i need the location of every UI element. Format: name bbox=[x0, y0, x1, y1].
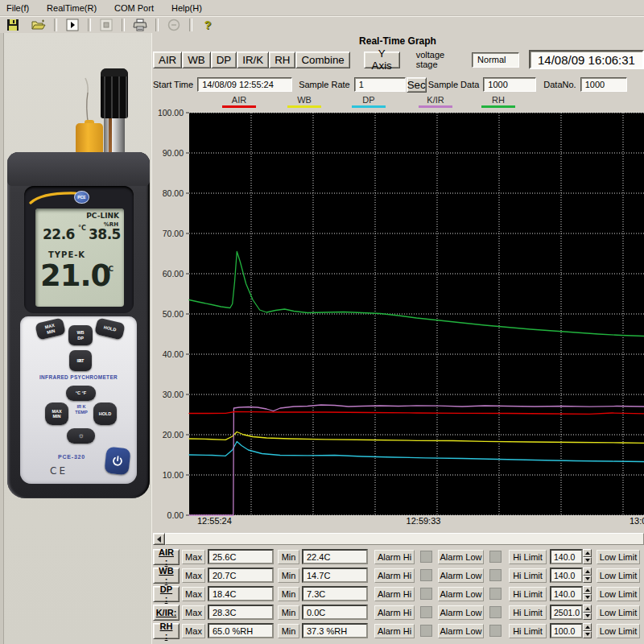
down-arrow-icon bbox=[585, 559, 590, 562]
row-button-air[interactable]: AIR : bbox=[153, 549, 180, 565]
lcd-humidity: 38.5 bbox=[89, 226, 121, 242]
menu-file[interactable]: File(f) bbox=[6, 3, 29, 13]
y-tick-label: 80.00 bbox=[163, 188, 184, 198]
hi-limit-value-kir[interactable]: 2501.0 bbox=[550, 605, 583, 620]
lcd-main-value: 21.0 bbox=[40, 258, 110, 293]
min-label: Min bbox=[278, 587, 299, 601]
toolbar: ? bbox=[0, 16, 644, 34]
graph-panel: Real-Time Graph AIR WB DP IR/K RH Combin… bbox=[151, 33, 644, 644]
up-arrow-icon bbox=[585, 570, 590, 573]
lcd-display: PC-LINK %RH 22.6 °C 38.5 TYPE-K 21.0 °C bbox=[35, 208, 124, 307]
legend-swatch-wb bbox=[287, 105, 321, 108]
device-cf-button: °C °F bbox=[66, 386, 96, 401]
max-value-rh: 65.0 %RH bbox=[208, 623, 274, 638]
spin-down-button[interactable] bbox=[583, 557, 592, 565]
hi-limit-value-air[interactable]: 140.0 bbox=[550, 549, 583, 564]
data-no-label: DataNo. bbox=[543, 80, 576, 89]
spin-up-button[interactable] bbox=[583, 623, 592, 631]
spinner bbox=[583, 568, 592, 583]
down-arrow-icon bbox=[585, 577, 590, 580]
hi-limit-label: Hi Limit bbox=[509, 624, 547, 638]
spin-up-button[interactable] bbox=[583, 605, 592, 613]
spin-down-button[interactable] bbox=[583, 631, 592, 639]
sec-button[interactable]: Sec bbox=[407, 77, 427, 93]
print-button[interactable] bbox=[130, 17, 151, 32]
chart-legend: AIR WB DP K/IR RH bbox=[151, 95, 644, 109]
row-button-kir[interactable]: K/IR: bbox=[153, 605, 180, 621]
spin-down-button[interactable] bbox=[583, 594, 592, 602]
down-arrow-icon bbox=[585, 596, 590, 599]
save-button[interactable] bbox=[2, 17, 23, 32]
left-arrow-icon bbox=[157, 536, 161, 543]
product-label: INFRARED PSYCHROMETER bbox=[20, 374, 137, 380]
channel-button-dp[interactable]: DP bbox=[211, 52, 237, 68]
sample-data-value[interactable]: 1000 bbox=[483, 77, 536, 92]
hi-limit-value-rh[interactable]: 100.0 bbox=[550, 623, 583, 638]
max-label: Max bbox=[182, 605, 205, 620]
scroll-left-button[interactable] bbox=[153, 533, 165, 545]
menu-com-port[interactable]: COM Port bbox=[114, 3, 154, 13]
spin-up-button[interactable] bbox=[583, 549, 592, 557]
alarm-low-label: Alarm Low bbox=[438, 587, 484, 601]
spin-down-button[interactable] bbox=[583, 576, 592, 584]
low-limit-label: Low Limit bbox=[597, 605, 640, 620]
channel-button-combine[interactable]: Combine bbox=[295, 52, 349, 68]
chart-scrollbar[interactable] bbox=[153, 533, 644, 545]
hi-limit-value-wb[interactable]: 140.0 bbox=[550, 568, 583, 583]
spin-up-button[interactable] bbox=[583, 586, 592, 594]
start-time-value: 14/08/09 12:55:24 bbox=[197, 77, 292, 92]
device-model-label: PCE-320 bbox=[35, 454, 108, 460]
application-window: File(f) RealTime(R) COM Port Help(H) bbox=[0, 0, 644, 644]
legend-label: WB bbox=[297, 95, 312, 105]
hi-limit-label: Hi Limit bbox=[509, 605, 547, 620]
row-button-rh[interactable]: RH : bbox=[153, 623, 180, 639]
reading-row-dp: DP : Max 18.4C Min 7.3C Alarm Hi Alarm L… bbox=[153, 584, 644, 603]
y-tick-label: 60.00 bbox=[163, 269, 184, 279]
legend-swatch-kir bbox=[419, 105, 452, 108]
hi-limit-value-dp[interactable]: 140.0 bbox=[550, 586, 583, 601]
legend-item-rh: RH bbox=[480, 95, 517, 108]
pce-logo: PCE bbox=[74, 191, 89, 204]
spin-down-button[interactable] bbox=[583, 613, 592, 621]
play-button[interactable] bbox=[62, 17, 83, 32]
spinner bbox=[583, 605, 592, 620]
x-axis-labels: 12:55:24 12:59:33 13:0 bbox=[151, 516, 644, 528]
lcd-air-temp: 22.6 bbox=[43, 226, 75, 242]
alarm-low-label: Alarm Low bbox=[438, 605, 484, 620]
row-button-wb[interactable]: WB : bbox=[153, 568, 180, 584]
max-label: Max bbox=[182, 550, 205, 564]
x-tick-start: 12:55:24 bbox=[197, 516, 232, 526]
reading-row-air: AIR : Max 25.6C Min 22.4C Alarm Hi Alarm… bbox=[153, 547, 644, 566]
channel-button-rh[interactable]: RH bbox=[269, 52, 295, 68]
up-arrow-icon bbox=[585, 625, 590, 629]
hi-limit-label: Hi Limit bbox=[509, 550, 547, 564]
channel-button-irk[interactable]: IR/K bbox=[237, 52, 269, 68]
spinner bbox=[583, 586, 592, 601]
low-limit-label: Low Limit bbox=[597, 624, 640, 638]
channel-button-air[interactable]: AIR bbox=[153, 52, 182, 68]
scrollbar-track[interactable] bbox=[165, 533, 644, 545]
alarm-low-led-wb bbox=[489, 569, 502, 581]
brand-swoosh bbox=[29, 189, 77, 205]
max-value-air: 25.6C bbox=[208, 549, 274, 564]
reading-row-wb: WB : Max 20.7C Min 14.7C Alarm Hi Alarm … bbox=[153, 566, 644, 584]
menu-realtime[interactable]: RealTime(R) bbox=[47, 3, 97, 13]
sample-rate-input[interactable]: 1 bbox=[354, 77, 406, 92]
toolbar-separator bbox=[88, 19, 91, 31]
max-label: Max bbox=[182, 587, 205, 601]
open-button[interactable] bbox=[28, 17, 49, 32]
spin-up-button[interactable] bbox=[583, 568, 592, 576]
channel-button-wb[interactable]: WB bbox=[182, 52, 210, 68]
y-tick-label: 30.00 bbox=[163, 390, 184, 399]
alarm-low-label: Alarm Low bbox=[438, 624, 484, 638]
menu-help[interactable]: Help(H) bbox=[171, 3, 202, 13]
legend-label: K/IR bbox=[427, 95, 444, 105]
legend-item-dp: DP bbox=[350, 95, 387, 108]
help-button[interactable]: ? bbox=[197, 17, 218, 32]
realtime-chart: 100.0090.0080.0070.0060.0050.0040.0030.0… bbox=[151, 109, 644, 519]
legend-label: DP bbox=[362, 95, 374, 105]
y-tick-label: 50.00 bbox=[163, 309, 184, 319]
y-axis-button[interactable]: Y Axis bbox=[364, 52, 400, 68]
down-arrow-icon bbox=[585, 614, 590, 617]
row-button-dp[interactable]: DP : bbox=[153, 586, 180, 602]
